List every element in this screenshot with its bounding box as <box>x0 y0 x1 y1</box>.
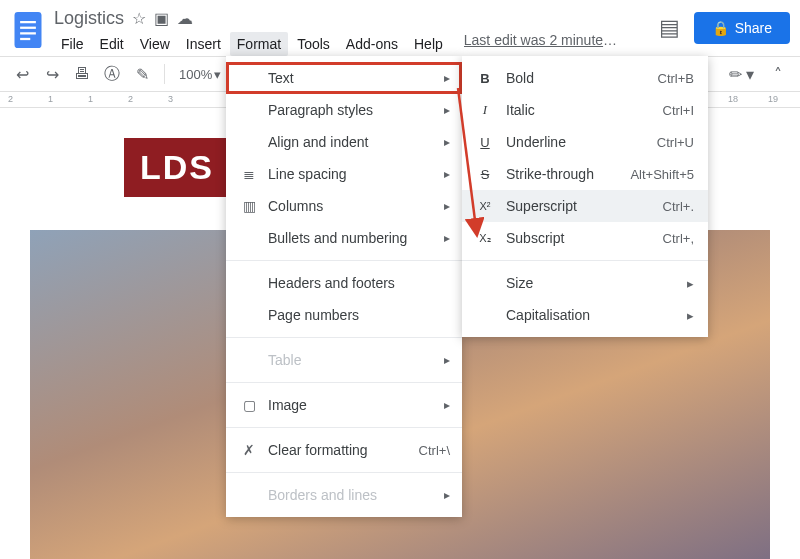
paint-format-button[interactable]: ✎ <box>130 62 154 86</box>
bold-icon: B <box>476 71 494 86</box>
italic-icon: I <box>476 102 494 118</box>
menubar: File Edit View Insert Format Tools Add-o… <box>54 32 659 56</box>
menu-separator <box>226 382 462 383</box>
redo-button[interactable]: ↪ <box>40 62 64 86</box>
menu-format[interactable]: Format <box>230 32 288 56</box>
menu-file[interactable]: File <box>54 32 91 56</box>
format-bullets-numbering-item[interactable]: Bullets and numbering ▸ <box>226 222 462 254</box>
format-page-numbers-item[interactable]: Page numbers <box>226 299 462 331</box>
zoom-value: 100% <box>179 67 212 82</box>
toolbar-separator <box>164 64 165 84</box>
document-title[interactable]: Logistics <box>54 8 124 29</box>
comments-icon[interactable]: ▤ <box>659 15 680 41</box>
menu-item-label: Bullets and numbering <box>268 230 434 246</box>
format-image-item[interactable]: ▢ Image ▸ <box>226 389 462 421</box>
format-table-item: Table ▸ <box>226 344 462 376</box>
menu-help[interactable]: Help <box>407 32 450 56</box>
format-columns-item[interactable]: ▥ Columns ▸ <box>226 190 462 222</box>
lock-icon: 🔒 <box>712 20 729 36</box>
text-superscript-item[interactable]: X² Superscript Ctrl+. <box>462 190 708 222</box>
text-bold-item[interactable]: B Bold Ctrl+B <box>462 62 708 94</box>
text-submenu-dropdown: B Bold Ctrl+B I Italic Ctrl+I U Underlin… <box>462 56 708 337</box>
columns-icon: ▥ <box>240 198 258 214</box>
text-underline-item[interactable]: U Underline Ctrl+U <box>462 126 708 158</box>
chevron-right-icon: ▸ <box>444 488 450 502</box>
menu-item-shortcut: Ctrl+B <box>658 71 694 86</box>
share-button[interactable]: 🔒 Share <box>694 12 790 44</box>
chevron-right-icon: ▸ <box>444 231 450 245</box>
menu-item-label: Align and indent <box>268 134 434 150</box>
superscript-icon: X² <box>476 200 494 212</box>
text-strikethrough-item[interactable]: S Strike-through Alt+Shift+5 <box>462 158 708 190</box>
menu-item-label: Bold <box>506 70 646 86</box>
line-spacing-icon: ≣ <box>240 166 258 182</box>
print-button[interactable]: 🖶 <box>70 62 94 86</box>
chevron-right-icon: ▸ <box>444 199 450 213</box>
ruler-tick: 2 <box>8 94 13 104</box>
document-image-badge: LDS <box>100 136 230 198</box>
menu-item-shortcut: Alt+Shift+5 <box>630 167 694 182</box>
menu-item-label: Capitalisation <box>506 307 675 323</box>
editing-mode-button[interactable]: ✏ ▾ <box>729 65 754 84</box>
menu-item-label: Line spacing <box>268 166 434 182</box>
menu-item-label: Borders and lines <box>268 487 434 503</box>
menu-tools[interactable]: Tools <box>290 32 337 56</box>
docs-logo-icon[interactable] <box>10 6 46 54</box>
chevron-right-icon: ▸ <box>687 276 694 291</box>
last-edit-link[interactable]: Last edit was 2 minutes … <box>464 32 624 56</box>
menu-item-label: Superscript <box>506 198 651 214</box>
move-icon[interactable]: ▣ <box>154 9 169 28</box>
svg-rect-0 <box>15 12 42 48</box>
format-text-item[interactable]: Text ▸ <box>226 62 462 94</box>
header: Logistics ☆ ▣ ☁ File Edit View Insert Fo… <box>0 0 800 56</box>
chevron-down-icon: ▾ <box>746 65 754 84</box>
undo-button[interactable]: ↩ <box>10 62 34 86</box>
star-icon[interactable]: ☆ <box>132 9 146 28</box>
format-paragraph-styles-item[interactable]: Paragraph styles ▸ <box>226 94 462 126</box>
format-line-spacing-item[interactable]: ≣ Line spacing ▸ <box>226 158 462 190</box>
share-button-label: Share <box>735 20 772 36</box>
menu-addons[interactable]: Add-ons <box>339 32 405 56</box>
menu-item-shortcut: Ctrl+\ <box>419 443 450 458</box>
ruler-tick: 19 <box>768 94 778 104</box>
format-headers-footers-item[interactable]: Headers and footers <box>226 267 462 299</box>
menu-insert[interactable]: Insert <box>179 32 228 56</box>
chevron-right-icon: ▸ <box>444 71 450 85</box>
menu-edit[interactable]: Edit <box>93 32 131 56</box>
spellcheck-button[interactable]: Ⓐ <box>100 62 124 86</box>
svg-rect-2 <box>20 27 36 29</box>
ruler-tick: 1 <box>88 94 93 104</box>
text-italic-item[interactable]: I Italic Ctrl+I <box>462 94 708 126</box>
menu-item-label: Italic <box>506 102 651 118</box>
format-menu-dropdown: Text ▸ Paragraph styles ▸ Align and inde… <box>226 56 462 517</box>
clear-format-icon: ✗ <box>240 442 258 458</box>
menu-item-shortcut: Ctrl+. <box>663 199 694 214</box>
format-borders-lines-item: Borders and lines ▸ <box>226 479 462 511</box>
format-clear-formatting-item[interactable]: ✗ Clear formatting Ctrl+\ <box>226 434 462 466</box>
chevron-right-icon: ▸ <box>444 103 450 117</box>
subscript-icon: X₂ <box>476 232 494 245</box>
svg-rect-4 <box>20 38 30 40</box>
format-align-indent-item[interactable]: Align and indent ▸ <box>226 126 462 158</box>
menu-item-shortcut: Ctrl+, <box>663 231 694 246</box>
menu-item-label: Image <box>268 397 434 413</box>
chevron-right-icon: ▸ <box>687 308 694 323</box>
menu-item-label: Text <box>268 70 434 86</box>
menu-view[interactable]: View <box>133 32 177 56</box>
text-size-item[interactable]: Size ▸ <box>462 267 708 299</box>
strikethrough-icon: S <box>476 167 494 182</box>
text-subscript-item[interactable]: X₂ Subscript Ctrl+, <box>462 222 708 254</box>
text-capitalisation-item[interactable]: Capitalisation ▸ <box>462 299 708 331</box>
menu-item-label: Strike-through <box>506 166 618 182</box>
cloud-status-icon[interactable]: ☁ <box>177 9 193 28</box>
menu-item-label: Page numbers <box>268 307 450 323</box>
menu-item-label: Paragraph styles <box>268 102 434 118</box>
hide-menus-button[interactable]: ˄ <box>766 62 790 86</box>
zoom-select[interactable]: 100% ▾ <box>175 67 225 82</box>
menu-item-label: Size <box>506 275 675 291</box>
menu-item-shortcut: Ctrl+U <box>657 135 694 150</box>
ruler-tick: 1 <box>48 94 53 104</box>
badge-text: LDS <box>124 138 230 197</box>
menu-separator <box>462 260 708 261</box>
menu-item-label: Clear formatting <box>268 442 409 458</box>
